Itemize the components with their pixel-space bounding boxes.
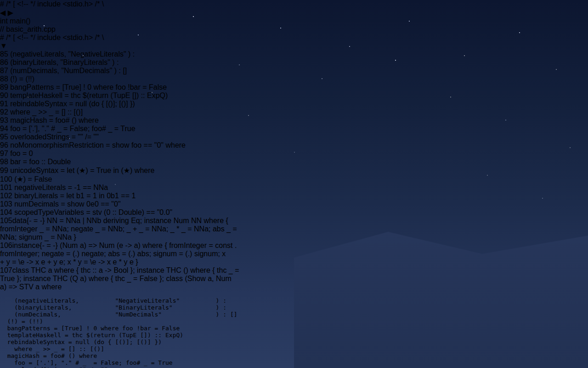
desktop: # /* [ <!-- */ include <stdio.h> /* \ ◀ … xyxy=(0,0,588,368)
wallpaper-mountain-front xyxy=(0,0,588,368)
